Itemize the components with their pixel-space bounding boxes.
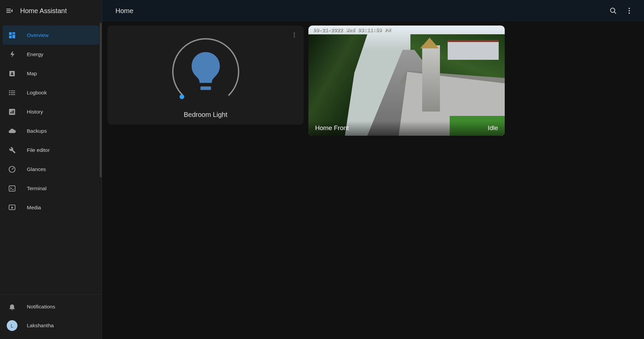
menu-collapse-icon: [5, 7, 13, 15]
sidebar-item-user[interactable]: L Lakshantha: [3, 316, 99, 335]
svg-point-21: [629, 10, 630, 11]
overflow-menu-button[interactable]: [621, 3, 637, 19]
sidebar-item-label: Overview: [27, 32, 49, 38]
svg-rect-10: [9, 94, 10, 95]
menu-toggle-button[interactable]: [5, 7, 13, 15]
sidebar-header: Home Assistant: [0, 0, 102, 22]
svg-rect-17: [9, 186, 15, 191]
sidebar-item-label: Logbook: [27, 90, 47, 96]
svg-point-20: [629, 8, 630, 9]
svg-point-22: [629, 12, 630, 14]
svg-rect-6: [9, 90, 10, 91]
cloud-icon: [8, 127, 16, 135]
topbar: Home: [102, 0, 644, 22]
gauge-icon: [8, 165, 16, 173]
sidebar-item-fileeditor[interactable]: File editor: [3, 140, 99, 160]
sidebar-item-label: Terminal: [27, 185, 47, 192]
sidebar-item-label: Backups: [27, 128, 47, 134]
svg-rect-9: [11, 92, 15, 93]
light-card[interactable]: Bedroom Light: [107, 26, 304, 125]
svg-rect-1: [12, 32, 15, 34]
sidebar-item-label: Map: [27, 71, 37, 77]
svg-rect-14: [12, 111, 13, 114]
sidebar-item-label: Notifications: [27, 304, 55, 310]
dots-vertical-icon: [291, 32, 298, 38]
sidebar-item-history[interactable]: History: [3, 102, 99, 121]
sidebar-item-label: Glances: [27, 166, 46, 172]
camera-scene-illustration: [308, 26, 505, 136]
sidebar-item-label: File editor: [27, 147, 50, 153]
bell-icon: [8, 303, 16, 311]
camera-card[interactable]: 09-21-2022 Wed 03:11:59 PM Home Front Id…: [308, 26, 505, 136]
search-button[interactable]: [605, 3, 621, 19]
dashboard-content: Bedroom Light 09-21-2022: [102, 22, 644, 339]
sidebar-item-media[interactable]: Media: [3, 198, 99, 217]
card-menu-button[interactable]: [291, 32, 298, 40]
map-pin-icon: [8, 70, 16, 78]
svg-rect-0: [9, 32, 12, 35]
camera-timestamp-overlay: 09-21-2022 Wed 03:11:59 PM: [313, 28, 391, 33]
sidebar-item-terminal[interactable]: Terminal: [3, 179, 99, 198]
scrollbar[interactable]: [100, 23, 102, 177]
svg-point-5: [11, 72, 13, 73]
sidebar-item-label: Energy: [27, 51, 43, 57]
dots-vertical-icon: [625, 7, 633, 15]
user-name: Lakshantha: [27, 323, 54, 329]
svg-rect-3: [9, 36, 12, 38]
svg-rect-8: [9, 92, 10, 93]
brightness-dial[interactable]: [169, 35, 243, 109]
sidebar-nav: Overview Energy Map Logbook History: [0, 22, 102, 292]
svg-rect-15: [13, 110, 14, 114]
svg-point-25: [294, 36, 295, 37]
avatar: L: [7, 320, 17, 331]
sidebar-item-notifications[interactable]: Notifications: [3, 297, 99, 316]
light-name-label: Bedroom Light: [184, 111, 227, 119]
chart-icon: [8, 108, 16, 116]
sidebar: Home Assistant Overview Energy Map Log: [0, 0, 102, 339]
dashboard-icon: [8, 31, 16, 39]
sidebar-item-backups[interactable]: Backups: [3, 121, 99, 140]
search-icon: [609, 7, 617, 15]
brightness-knob[interactable]: [180, 94, 184, 99]
camera-status-label: Idle: [488, 124, 498, 132]
svg-rect-2: [12, 35, 15, 38]
sidebar-item-logbook[interactable]: Logbook: [3, 83, 99, 102]
wrench-icon: [8, 146, 16, 154]
terminal-icon: [8, 184, 16, 193]
view-title: Home: [115, 7, 133, 15]
app-title: Home Assistant: [20, 7, 67, 15]
svg-rect-7: [11, 90, 15, 91]
svg-point-24: [294, 34, 295, 35]
camera-footer: Home Front Idle: [308, 121, 505, 136]
sidebar-item-overview[interactable]: Overview: [3, 26, 99, 45]
sidebar-item-label: Media: [27, 205, 41, 211]
sidebar-item-energy[interactable]: Energy: [3, 45, 99, 64]
camera-name-label: Home Front: [315, 124, 349, 132]
sidebar-item-map[interactable]: Map: [3, 64, 99, 83]
sidebar-item-glances[interactable]: Glances: [3, 160, 99, 179]
camera-feed: [308, 26, 505, 136]
sidebar-footer: Notifications L Lakshantha: [0, 297, 102, 339]
bolt-icon: [8, 50, 16, 58]
svg-rect-13: [10, 112, 11, 114]
svg-rect-11: [11, 94, 15, 95]
list-icon: [8, 89, 16, 97]
play-icon: [8, 204, 16, 212]
main: Home Bedroom Light: [102, 0, 644, 339]
sidebar-item-label: History: [27, 109, 43, 115]
sidebar-divider: [0, 294, 102, 295]
svg-point-23: [294, 33, 295, 34]
